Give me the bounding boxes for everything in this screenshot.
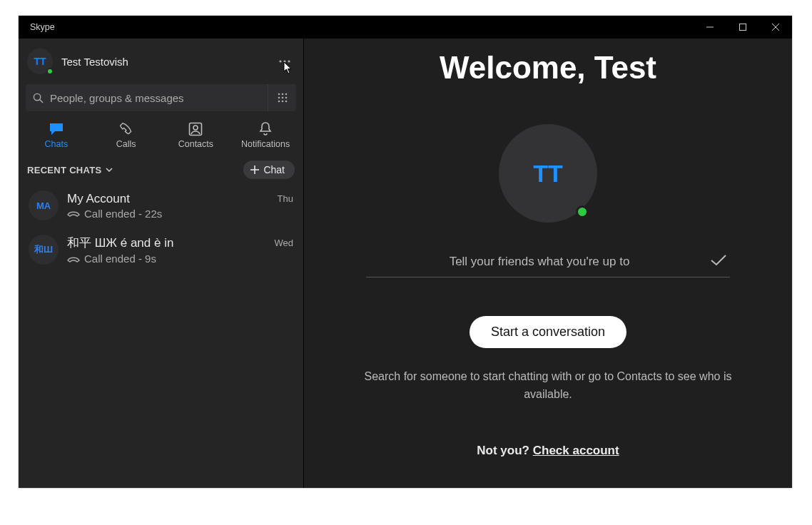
chat-list: MA My Account Call ended - 22s Thu 和Ш 和平…: [19, 183, 303, 272]
recent-chats-text: RECENT CHATS: [27, 165, 101, 175]
new-chat-label: Chat: [263, 164, 285, 175]
chat-avatar-initials: MA: [36, 200, 51, 211]
svg-rect-1: [740, 24, 746, 31]
svg-point-10: [281, 93, 283, 96]
minimize-button[interactable]: [694, 16, 726, 39]
start-conversation-button[interactable]: Start a conversation: [470, 316, 626, 348]
svg-point-5: [283, 60, 285, 62]
profile-avatar[interactable]: TT: [27, 49, 53, 74]
chat-item[interactable]: 和Ш 和平 ШЖ é and è in Call ended - 9s Wed: [19, 228, 303, 272]
profile-row[interactable]: TT Test Testovish: [19, 39, 303, 81]
svg-point-15: [278, 101, 280, 103]
not-you-row: Not you? Check account: [477, 444, 619, 458]
search-input[interactable]: [50, 92, 268, 104]
welcome-avatar[interactable]: TT: [499, 124, 597, 223]
chat-subtitle: Call ended - 9s: [67, 253, 266, 265]
titlebar: Skype: [19, 16, 792, 39]
tab-contacts[interactable]: Contacts: [161, 121, 231, 149]
close-button[interactable]: [759, 16, 792, 39]
chat-name: My Account: [67, 192, 269, 206]
more-menu-button[interactable]: [275, 51, 295, 71]
svg-point-12: [278, 97, 280, 99]
svg-line-8: [39, 99, 42, 102]
tab-chats[interactable]: Chats: [21, 121, 91, 149]
presence-indicator: [576, 205, 589, 218]
search-bar[interactable]: [26, 84, 296, 111]
maximize-button[interactable]: [726, 16, 759, 39]
sidebar: TT Test Testovish: [19, 39, 304, 488]
chat-name: 和平 ШЖ é and è in: [67, 235, 266, 251]
notifications-icon: [258, 121, 273, 137]
chat-avatar: MA: [29, 190, 59, 220]
chat-time: Wed: [275, 238, 294, 248]
chevron-down-icon: [106, 168, 113, 172]
profile-name: Test Testovish: [61, 56, 128, 68]
skype-window: Skype TT Test Testovish: [19, 16, 792, 488]
chat-time: Thu: [278, 193, 293, 204]
tab-label: Contacts: [178, 139, 213, 149]
status-row: [366, 254, 730, 277]
dialpad-icon: [278, 93, 288, 103]
chats-icon: [49, 121, 64, 137]
svg-point-9: [278, 93, 280, 96]
nav-tabs: Chats Calls Contacts: [19, 117, 303, 156]
call-ended-icon: [67, 210, 80, 217]
tab-label: Chats: [45, 139, 68, 149]
calls-icon: [118, 121, 134, 137]
tab-notifications[interactable]: Notifications: [230, 121, 300, 149]
plus-icon: [250, 165, 259, 174]
welcome-heading: Welcome, Test: [440, 50, 656, 86]
svg-point-16: [281, 101, 283, 103]
profile-avatar-initials: TT: [34, 56, 46, 67]
svg-point-4: [279, 60, 281, 62]
check-account-link[interactable]: Check account: [533, 444, 619, 457]
chat-avatar-initials: 和Ш: [34, 243, 53, 256]
svg-point-7: [34, 93, 40, 100]
svg-point-6: [288, 60, 290, 62]
chat-sub-text: Call ended - 22s: [84, 208, 162, 220]
welcome-avatar-initials: TT: [533, 160, 563, 188]
svg-point-13: [281, 97, 283, 99]
tab-label: Calls: [116, 139, 136, 149]
svg-point-11: [285, 93, 287, 96]
status-input[interactable]: [369, 255, 710, 269]
app-title: Skype: [30, 22, 55, 32]
search-icon: [26, 93, 50, 103]
contacts-icon: [188, 121, 203, 137]
not-you-prefix: Not you?: [477, 444, 532, 457]
chat-avatar: 和Ш: [29, 235, 59, 265]
status-confirm-button[interactable]: [710, 254, 727, 270]
tab-calls[interactable]: Calls: [91, 121, 161, 149]
dialpad-button[interactable]: [268, 84, 296, 111]
call-ended-icon: [67, 255, 80, 262]
mouse-cursor-icon: [283, 61, 293, 74]
chat-item[interactable]: MA My Account Call ended - 22s Thu: [19, 183, 303, 228]
tab-label: Notifications: [241, 139, 290, 149]
more-icon: [279, 60, 290, 63]
main-panel: Welcome, Test TT Start a conversation Se…: [304, 39, 792, 488]
presence-indicator: [46, 68, 54, 75]
welcome-hint: Search for someone to start chatting wit…: [348, 368, 748, 404]
new-chat-button[interactable]: Chat: [243, 160, 295, 179]
check-icon: [710, 254, 727, 267]
svg-point-19: [193, 126, 198, 130]
svg-point-17: [285, 101, 287, 103]
recent-chats-label[interactable]: RECENT CHATS: [27, 165, 113, 175]
recent-chats-header: RECENT CHATS Chat: [19, 156, 303, 183]
chat-subtitle: Call ended - 22s: [67, 208, 269, 220]
chat-sub-text: Call ended - 9s: [84, 253, 156, 265]
svg-point-14: [285, 97, 287, 99]
